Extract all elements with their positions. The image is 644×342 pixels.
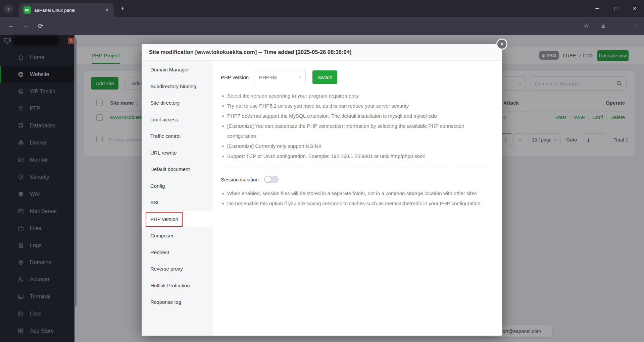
dialog-menu-site-directory[interactable]: Site directory	[142, 95, 213, 111]
dialog-menu-redirect[interactable]: Redirect	[142, 244, 213, 261]
aapanel-favicon: aa	[23, 6, 31, 14]
red-highlight-box	[146, 212, 183, 227]
browser-menu-dots-icon[interactable]: ⋮	[632, 21, 640, 30]
chevron-down-icon: ∨	[298, 75, 302, 79]
tab-search-chevron-icon[interactable]: ∨	[4, 4, 13, 13]
dialog-menu-hotlink-protection[interactable]: Hotlink Protection	[142, 277, 213, 294]
php-version-panel: PHP version PHP-83 ∨ Switch Select the v…	[213, 61, 502, 336]
dialog-menu: Domain Manager Subdirectory binding Site…	[142, 61, 213, 336]
toggle-knob	[265, 176, 271, 182]
window-maximize-button[interactable]: □	[606, 0, 625, 17]
note-item: PHP7 does not support the MySQL extensio…	[221, 111, 492, 121]
dialog-menu-domain-manager[interactable]: Domain Manager	[142, 61, 213, 78]
note-item: Do not enable this option if you are sav…	[221, 198, 492, 209]
dialog-close-icon[interactable]: ×	[496, 39, 507, 50]
dialog-menu-ssl[interactable]: SSL	[142, 194, 213, 211]
dialog-menu-default-document[interactable]: Default document	[142, 161, 213, 178]
site-modification-dialog: × Site modification [www.tokokuekita.com…	[142, 44, 502, 336]
dialog-title: Site modification [www.tokokuekita.com] …	[142, 44, 502, 61]
new-tab-button[interactable]: +	[118, 4, 127, 13]
session-isolation-toggle[interactable]	[264, 176, 279, 183]
back-icon[interactable]: ←	[7, 21, 15, 30]
note-item: [Customize] You can customize the PHP co…	[221, 121, 492, 141]
php-version-label: PHP version	[221, 74, 249, 80]
dialog-menu-traffic-control[interactable]: Traffic control	[142, 128, 213, 145]
window-close-button[interactable]: ×	[625, 0, 644, 17]
dashed-divider	[221, 167, 492, 167]
dialog-menu-composer[interactable]: Composer	[142, 227, 213, 244]
page-viewport: 0 Home Website WP Toolkit FTP Databases …	[0, 35, 644, 342]
php-version-select[interactable]: PHP-83 ∨	[255, 70, 306, 84]
browser-tab[interactable]: aa aaPanel Linux panel ×	[19, 3, 114, 17]
browser-tab-strip: ∨ aa aaPanel Linux panel × + ─ □ ×	[0, 0, 644, 17]
dialog-body: Domain Manager Subdirectory binding Site…	[142, 61, 502, 336]
dialog-menu-reverse-proxy[interactable]: Reverse proxy	[142, 261, 213, 277]
note-item: Select the version according to your pro…	[221, 91, 492, 101]
php-version-row: PHP version PHP-83 ∨ Switch	[221, 70, 492, 84]
reload-icon[interactable]: ⟳	[36, 21, 45, 30]
browser-tab-title: aaPanel Linux panel	[34, 8, 100, 13]
session-isolation-label: Session isolation	[221, 177, 259, 182]
browser-navbar: ← → ⟳ × Not secure https: //157. ☆ ⋮	[0, 17, 644, 35]
dialog-menu-php-version[interactable]: PHP version	[142, 211, 213, 228]
note-item: Try not to use PHP5.2 unless you have to…	[221, 101, 492, 111]
dialog-menu-subdirectory-binding[interactable]: Subdirectory binding	[142, 78, 213, 95]
dialog-menu-config[interactable]: Config	[142, 178, 213, 194]
session-notes-list: When enabled, session files will be stor…	[221, 188, 492, 209]
bookmark-star-icon[interactable]: ☆	[582, 21, 591, 30]
note-item: Support TCP or UNIX configuration. Examp…	[221, 151, 492, 161]
php-version-value: PHP-83	[259, 74, 277, 80]
note-item: When enabled, session files will be stor…	[221, 188, 492, 198]
download-icon[interactable]	[599, 21, 607, 30]
session-isolation-row: Session isolation	[221, 176, 492, 183]
dialog-menu-limit-access[interactable]: Limit access	[142, 111, 213, 128]
forward-icon[interactable]: →	[21, 21, 30, 30]
window-minimize-button[interactable]: ─	[588, 0, 606, 17]
dialog-menu-url-rewrite[interactable]: URL rewrite	[142, 145, 213, 161]
tab-close-icon[interactable]: ×	[104, 7, 110, 13]
window-controls: ─ □ ×	[588, 0, 644, 17]
note-item: [Customize] Currently only support NGINX	[221, 141, 492, 151]
dialog-menu-response-log[interactable]: Response log	[142, 294, 213, 310]
php-notes-list: Select the version according to your pro…	[221, 91, 492, 161]
switch-button[interactable]: Switch	[312, 70, 337, 84]
